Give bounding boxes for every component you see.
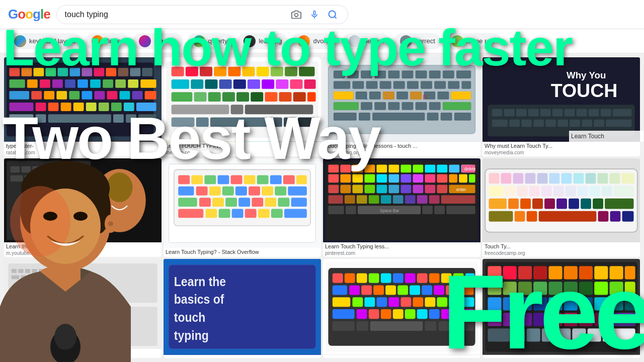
image-card-2[interactable]: Learn TOUCH TYPING ... medium.com bbox=[164, 57, 321, 156]
image-source-8: freecodecamp.org bbox=[482, 250, 640, 257]
svg-rect-144 bbox=[410, 92, 422, 100]
svg-text:basics of: basics of bbox=[174, 292, 224, 307]
camera-search-icon[interactable] bbox=[289, 8, 303, 22]
svg-rect-169 bbox=[557, 120, 568, 127]
svg-point-471 bbox=[10, 186, 70, 256]
svg-rect-332 bbox=[581, 198, 591, 209]
svg-rect-258 bbox=[328, 174, 339, 183]
image-card-7[interactable]: delete Q W E R T Y U I O P bbox=[323, 158, 480, 257]
svg-rect-18 bbox=[27, 79, 38, 88]
image-label-3: Touch typing online lessons - touch ... bbox=[323, 142, 480, 150]
svg-rect-328 bbox=[532, 198, 543, 209]
svg-rect-318 bbox=[541, 186, 552, 196]
svg-rect-212 bbox=[262, 186, 273, 195]
svg-rect-221 bbox=[265, 198, 276, 207]
svg-rect-288 bbox=[393, 195, 404, 204]
svg-rect-235 bbox=[340, 164, 351, 172]
chip-qwerty[interactable]: qwerty bbox=[187, 33, 233, 49]
svg-rect-375 bbox=[429, 274, 440, 283]
svg-rect-324 bbox=[614, 186, 634, 196]
svg-rect-241 bbox=[413, 164, 423, 172]
svg-point-475 bbox=[108, 221, 113, 226]
svg-rect-35 bbox=[107, 91, 117, 100]
svg-rect-426 bbox=[625, 266, 635, 280]
svg-rect-215 bbox=[178, 198, 197, 207]
svg-rect-326 bbox=[508, 198, 519, 209]
svg-rect-385 bbox=[410, 286, 420, 295]
chip-home-row[interactable]: home row bbox=[445, 33, 501, 49]
svg-rect-156 bbox=[528, 109, 539, 117]
svg-rect-209 bbox=[222, 186, 234, 195]
svg-rect-400 bbox=[333, 309, 355, 319]
svg-text:enter: enter bbox=[456, 187, 466, 192]
svg-rect-84 bbox=[279, 92, 292, 102]
svg-rect-40 bbox=[36, 103, 46, 111]
svg-rect-83 bbox=[265, 92, 277, 102]
chip-person[interactable]: person bbox=[343, 33, 390, 49]
svg-rect-122 bbox=[396, 92, 408, 100]
svg-rect-20 bbox=[52, 79, 63, 88]
svg-rect-389 bbox=[458, 286, 473, 295]
svg-rect-268 bbox=[449, 174, 457, 183]
svg-rect-451 bbox=[548, 313, 562, 326]
svg-rect-202 bbox=[257, 175, 269, 184]
svg-rect-114 bbox=[421, 81, 432, 89]
chip-correct[interactable]: correct bbox=[394, 33, 441, 49]
svg-text:Why You: Why You bbox=[567, 70, 606, 80]
svg-rect-224 bbox=[178, 209, 203, 218]
image-source-10 bbox=[164, 357, 321, 358]
svg-rect-132 bbox=[416, 102, 427, 110]
chip-dvorak[interactable]: dvorak bbox=[292, 33, 339, 49]
svg-rect-8 bbox=[45, 68, 56, 76]
image-card-10[interactable]: Learn the basics of touch typing bbox=[164, 259, 321, 358]
svg-rect-59 bbox=[200, 67, 212, 76]
chip-practice[interactable]: practice bbox=[133, 33, 183, 49]
svg-rect-21 bbox=[65, 79, 75, 88]
svg-rect-463 bbox=[603, 329, 635, 342]
svg-rect-322 bbox=[590, 186, 600, 196]
svg-rect-264 bbox=[400, 174, 411, 183]
svg-rect-398 bbox=[437, 298, 447, 307]
svg-rect-390 bbox=[333, 298, 350, 307]
svg-rect-277 bbox=[400, 185, 411, 193]
svg-rect-229 bbox=[258, 209, 270, 218]
svg-rect-200 bbox=[231, 175, 243, 184]
svg-rect-435 bbox=[609, 282, 623, 295]
svg-rect-111 bbox=[380, 81, 391, 89]
svg-rect-157 bbox=[540, 109, 551, 117]
svg-rect-450 bbox=[533, 313, 547, 326]
svg-rect-304 bbox=[513, 173, 524, 184]
svg-rect-16 bbox=[142, 68, 152, 76]
search-input[interactable] bbox=[65, 10, 289, 19]
svg-rect-154 bbox=[504, 109, 515, 117]
svg-rect-383 bbox=[385, 286, 396, 295]
mic-search-icon[interactable] bbox=[307, 8, 321, 22]
image-card-3[interactable]: L R Touch typing online lessons - touch … bbox=[323, 57, 480, 156]
svg-rect-452 bbox=[564, 313, 578, 326]
image-label-6: Learn Touch Typing? - Stack Overflow bbox=[164, 248, 321, 256]
chip-finger[interactable]: finger bbox=[86, 33, 129, 49]
image-card-8[interactable]: Touch Ty... freecodecamp.org bbox=[482, 158, 640, 257]
svg-rect-162 bbox=[601, 109, 611, 117]
search-box[interactable] bbox=[56, 5, 348, 24]
svg-rect-239 bbox=[388, 164, 399, 172]
svg-rect-270 bbox=[469, 174, 475, 183]
search-submit-icon[interactable] bbox=[326, 8, 340, 22]
svg-rect-22 bbox=[77, 79, 88, 88]
svg-rect-29 bbox=[31, 91, 42, 100]
svg-rect-453 bbox=[579, 313, 593, 326]
svg-rect-61 bbox=[228, 67, 240, 76]
svg-rect-58 bbox=[186, 67, 198, 76]
svg-rect-47 bbox=[124, 103, 134, 111]
image-card-12[interactable] bbox=[482, 259, 640, 358]
svg-rect-234 bbox=[328, 164, 339, 172]
svg-rect-166 bbox=[521, 120, 532, 127]
svg-rect-439 bbox=[518, 298, 532, 311]
image-card-6[interactable]: Learn Touch Typing? - Stack Overflow bbox=[164, 158, 321, 257]
image-card-11[interactable] bbox=[323, 259, 480, 358]
image-thumb-11 bbox=[323, 259, 480, 355]
chip-learning[interactable]: learning bbox=[237, 33, 288, 49]
chip-keyboard-layout[interactable]: keyboard layout bbox=[8, 33, 82, 49]
svg-rect-263 bbox=[388, 174, 399, 183]
svg-rect-69 bbox=[205, 79, 217, 89]
